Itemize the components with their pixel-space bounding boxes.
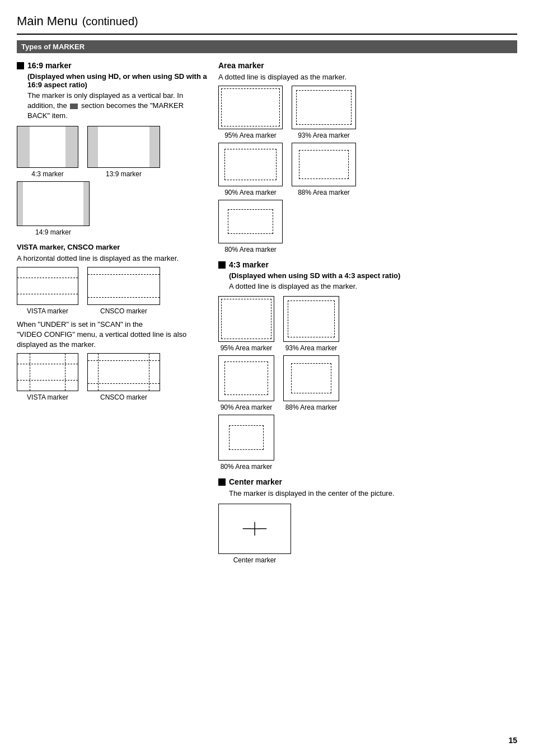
am-93-diagram (292, 86, 356, 129)
caption-43-90: 90% Area marker (221, 403, 273, 411)
diagram-139: 13:9 marker (87, 126, 160, 178)
title-text: Main Menu (17, 14, 78, 28)
marker-43-section: 4:3 marker (Displayed when using SD with… (218, 260, 517, 471)
caption-cnsco2: CNSCO marker (100, 393, 147, 401)
diagram-95: 95% Area marker (218, 86, 283, 139)
marker-169-subheading: (Displayed when using HD, or when using … (17, 72, 207, 89)
am-90-diagram (218, 143, 283, 186)
caption-43-88: 88% Area marker (285, 403, 338, 411)
caption-88: 88% Area marker (298, 189, 350, 196)
bullet-icon-43 (218, 261, 226, 269)
center-marker-desc: The marker is displayed in the center of… (218, 489, 517, 499)
caption-43: 4:3 marker (31, 170, 63, 178)
diagram-row-149: 14:9 marker (17, 181, 207, 236)
area-marker-section: Area marker A dotted line is displayed a… (218, 61, 517, 253)
caption-90: 90% Area marker (224, 189, 277, 196)
diagram-row-area-95-93: 95% Area marker 93% Area marker (218, 86, 517, 139)
caption-149: 14:9 marker (35, 228, 71, 236)
page-number: 15 (508, 736, 517, 745)
caption-95: 95% Area marker (224, 132, 277, 139)
diagram-43-88: 88% Area marker (283, 355, 339, 411)
caption-139: 13:9 marker (106, 170, 142, 178)
diagram-cnsco2: CNSCO marker (87, 353, 160, 401)
center-marker-section: Center marker The marker is displayed in… (218, 477, 517, 564)
caption-vista: VISTA marker (27, 307, 68, 315)
marker-169-heading: 16:9 marker (27, 61, 72, 70)
marker-43-heading: 4:3 marker (229, 260, 269, 269)
diagram-vista: VISTA marker (17, 267, 78, 315)
cnsco-v-diagram (87, 353, 160, 391)
diagram-row-area-80: 80% Area marker (218, 200, 517, 253)
section-header: Types of MARKER (17, 40, 517, 53)
am-95-diagram (218, 86, 283, 129)
center-crosshair-icon: ─┼─ (243, 522, 267, 535)
am-43-88-diagram (283, 355, 339, 401)
caption-43-80: 80% Area marker (221, 463, 273, 471)
marker-169-section: 16:9 marker (Displayed when using HD, or… (17, 61, 207, 236)
am-43-80-diagram (218, 415, 274, 461)
diagram-row-43-90-88: 90% Area marker 88% Area marker (218, 355, 517, 411)
diagram-88: 88% Area marker (292, 143, 356, 196)
caption-vista2: VISTA marker (27, 393, 68, 401)
caption-cnsco: CNSCO marker (100, 307, 147, 315)
caption-43-95: 95% Area marker (221, 344, 273, 352)
bullet-icon (17, 62, 24, 69)
diagram-93: 93% Area marker (292, 86, 356, 139)
am-43-90-diagram (218, 355, 274, 401)
diagram-80: 80% Area marker (218, 200, 283, 253)
diagram-43-93: 93% Area marker (283, 296, 339, 352)
caption-80: 80% Area marker (224, 246, 277, 253)
diagram-row-43-95-93: 95% Area marker 93% Area marker (218, 296, 517, 352)
diagram-row-169a: 4:3 marker 13:9 marker (17, 126, 207, 178)
diagram-43-90: 90% Area marker (218, 355, 274, 411)
diagram-center: ─┼─ Center marker (218, 504, 291, 564)
vista-heading: VISTA marker, CNSCO marker (17, 243, 207, 251)
marker-43-desc: A dotted line is displayed as the marker… (218, 281, 517, 292)
left-column: 16:9 marker (Displayed when using HD, or… (17, 61, 207, 567)
marker-139-diagram (87, 126, 160, 168)
diagram-row-area-90-88: 90% Area marker 88% Area marker (218, 143, 517, 196)
bullet-icon-center (218, 478, 226, 486)
under-text: When "UNDER" is set in "SCAN" in the "VI… (17, 320, 207, 350)
area-marker-heading: Area marker (218, 61, 517, 70)
center-marker-diagram: ─┼─ (218, 504, 291, 554)
caption-center: Center marker (233, 556, 277, 564)
diagram-43-95: 95% Area marker (218, 296, 274, 352)
page-title: Main Menu (continued) (17, 11, 517, 35)
am-88-diagram (292, 143, 356, 186)
marker-169-desc: The marker is only displayed as a vertic… (17, 91, 207, 121)
am-43-95-diagram (218, 296, 274, 342)
caption-93: 93% Area marker (298, 132, 350, 139)
diagram-vista2: VISTA marker (17, 353, 78, 401)
vista-diagram (17, 267, 78, 305)
center-marker-heading: Center marker (229, 477, 282, 486)
title-continued: (continued) (82, 15, 138, 27)
diagram-43: 4:3 marker (17, 126, 78, 178)
marker-43-diagram (17, 126, 78, 168)
area-marker-desc: A dotted line is displayed as the marker… (218, 72, 517, 82)
marker-43-subheading: (Displayed when using SD with a 4:3 aspe… (218, 271, 517, 280)
diagram-row-vista: VISTA marker CNSCO marker (17, 267, 207, 315)
diagram-row-center: ─┼─ Center marker (218, 504, 517, 564)
diagram-row-43-80: 80% Area marker (218, 415, 517, 471)
diagram-90: 90% Area marker (218, 143, 283, 196)
diagram-cnsco: CNSCO marker (87, 267, 160, 315)
caption-43-93: 93% Area marker (285, 344, 338, 352)
diagram-149: 14:9 marker (17, 181, 90, 236)
cnsco-diagram (87, 267, 160, 305)
right-column: Area marker A dotted line is displayed a… (218, 61, 517, 567)
vista-desc: A horizontal dotted line is displayed as… (17, 253, 207, 264)
inline-black-box (70, 104, 78, 109)
marker-vista-section: VISTA marker, CNSCO marker A horizontal … (17, 243, 207, 402)
diagram-43-80: 80% Area marker (218, 415, 274, 471)
diagram-row-vista2: VISTA marker CNSCO marker (17, 353, 207, 401)
am-43-93-diagram (283, 296, 339, 342)
vista-v-diagram (17, 353, 78, 391)
am-80-diagram (218, 200, 283, 243)
marker-149-diagram (17, 181, 90, 226)
